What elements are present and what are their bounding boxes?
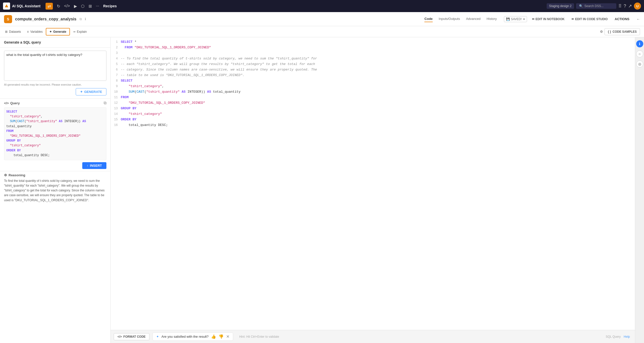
code-line-1: 1 SELECT * [111, 39, 635, 45]
code-line-8: 8 SELECT [111, 78, 635, 84]
svg-marker-0 [5, 4, 8, 7]
recipe-tabs: Code Inputs/Outputs Advanced History [424, 16, 497, 22]
recipes-label: Recipes [103, 4, 117, 8]
code-samples-icon: { } [608, 30, 611, 33]
code-line-5: 5 -- each "tshirt_category". We will gro… [111, 61, 635, 67]
tab-history[interactable]: History [487, 16, 497, 22]
search-placeholder: Search DSS... [584, 4, 603, 8]
bottom-bar: </> FORMAT CODE ✦ Are you satisfied with… [111, 330, 635, 343]
collapse-panel-icon[interactable]: ← [636, 17, 640, 21]
nav-icons: ⇄ ↻ </> ▶ ⬡ ⊞ ··· [46, 3, 99, 10]
format-code-icon: </> [117, 335, 122, 338]
help-link[interactable]: Help [624, 335, 630, 338]
sub-toolbar: ⊞ Datasets ≡ Variables ✦ Generate ⇒ Expl… [0, 26, 644, 37]
recipe-header: S compute_orders_copy_analysis ⧉ ℹ Code … [0, 12, 644, 26]
refresh-icon[interactable]: ↻ [57, 4, 60, 9]
variables-icon: ≡ [27, 30, 29, 33]
reasoning-section: ⚙ Reasoning To find the total quantity o… [0, 171, 110, 343]
code-line-15: 15 ORDER BY [111, 117, 635, 122]
code-line-4: 4 -- To find the total quantity of t-shi… [111, 56, 635, 61]
reasoning-text: To find the total quantity of t-shirts s… [4, 179, 106, 203]
top-nav: AI SQL Assistant ⇄ ↻ </> ▶ ⬡ ⊞ ··· Recip… [0, 0, 644, 12]
code-line-10: 10 SUM(CAST("tshirt_quantity" AS INTEGER… [111, 89, 635, 95]
more-icon[interactable]: ··· [96, 4, 99, 8]
generate-button[interactable]: ✦ Generate [46, 28, 70, 36]
grid-icon[interactable]: ⊞ [89, 4, 92, 9]
variables-button[interactable]: ≡ Variables [24, 28, 46, 35]
code-line-6: 6 -- category. Since the column names ar… [111, 67, 635, 73]
saved-badge: 💾 SAVED! ▾ [504, 16, 527, 22]
project-badge: Staging design 2 [547, 3, 574, 9]
app-title: AI SQL Assistant [12, 4, 41, 8]
right-sidebar: ℹ ○ ◎ [635, 37, 644, 343]
activity-sidebar-icon[interactable]: ○ [636, 50, 643, 57]
search-box[interactable]: 🔍 Search DSS... [576, 3, 616, 9]
code-line-13: 13 GROUP BY [111, 106, 635, 111]
datasets-icon: ⊞ [5, 30, 8, 33]
explain-icon: ⇒ [73, 30, 75, 33]
query-label: </> Query [4, 101, 20, 105]
notification-sidebar-icon[interactable]: ◎ [636, 60, 643, 67]
reasoning-header: ⚙ Reasoning [4, 173, 106, 177]
code-line-9: 9 "tshirt_category", [111, 84, 635, 89]
thumbs-up-button[interactable]: 👍 [211, 334, 216, 339]
code-samples-button[interactable]: { } CODE SAMPLES [605, 28, 640, 35]
sql-query-label: SQL Query [606, 335, 621, 338]
tab-code[interactable]: Code [424, 16, 433, 22]
satisfied-box: ✦ Are you satisfied with the result? 👍 👎… [152, 332, 233, 341]
datasets-button[interactable]: ⊞ Datasets [2, 28, 24, 35]
settings-icon[interactable]: ⚙ [598, 28, 605, 35]
copy-name-icon[interactable]: ⧉ [79, 17, 82, 21]
code-icon[interactable]: </> [64, 4, 70, 8]
prompt-area: what is the total quantity of t-shirts s… [0, 48, 110, 98]
query-code: SELECT "tshirt_category", SUM(CAST("tshi… [4, 107, 106, 160]
explain-button[interactable]: ⇒ Explain [70, 28, 90, 35]
query-header: </> Query ⧉ [4, 101, 106, 105]
code-line-14: 14 "tshirt_category" [111, 111, 635, 117]
format-code-button[interactable]: </> FORMAT CODE [114, 333, 149, 340]
external-icon[interactable]: ↗ [628, 3, 632, 9]
thumbs-down-button[interactable]: 👎 [219, 334, 224, 339]
run-icon[interactable]: ▶ [74, 4, 77, 9]
generate-query-button[interactable]: ✦ GENERATE [76, 88, 106, 95]
code-line-12: 12 "DKU_TUTORIAL_SQL_1_ORDERS_COPY_JOINE… [111, 100, 635, 106]
code-brackets-icon: </> [4, 101, 9, 105]
ai-satisfied-icon: ✦ [156, 335, 159, 338]
panel-title: Generate a SQL query [0, 37, 110, 48]
tab-advanced[interactable]: Advanced [466, 16, 480, 22]
share-icon[interactable]: ⇄ [46, 3, 53, 10]
ai-warning: AI-generated results may be incorrect. P… [4, 83, 106, 86]
saved-label: SAVED! [511, 17, 522, 21]
search-icon: 🔍 [579, 4, 583, 8]
code-line-3: 3 [111, 50, 635, 56]
code-editor[interactable]: 1 SELECT * 2 FROM "DKU_TUTORIAL_SQL_1_OR… [111, 37, 635, 330]
insert-button[interactable]: ↑ INSERT [82, 162, 106, 169]
edit-notebook-button[interactable]: ✏ EDIT IN NOTEBOOK [530, 16, 567, 22]
satisfied-text: Are you satisfied with the result? [162, 335, 209, 338]
info-sidebar-icon[interactable]: ℹ [636, 40, 643, 47]
reasoning-icon: ⚙ [4, 173, 7, 177]
copy-query-button[interactable]: ⧉ [104, 101, 106, 105]
code-line-11: 11 FROM [111, 95, 635, 100]
left-panel: Generate a SQL query what is the total q… [0, 37, 111, 343]
code-area: 1 SELECT * 2 FROM "DKU_TUTORIAL_SQL_1_OR… [111, 37, 635, 343]
insert-icon: ↑ [87, 164, 89, 167]
save-icon: 💾 [506, 17, 510, 21]
code-line-7: 7 -- table to be used is "DKU_TUTORIAL_S… [111, 73, 635, 78]
avatar: U [634, 3, 641, 10]
info-icon[interactable]: ℹ [85, 17, 86, 21]
help-icon[interactable]: ? [624, 4, 626, 9]
deploy-icon[interactable]: ⬡ [81, 4, 85, 9]
code-line-16: 16 total_quantity DESC; [111, 122, 635, 128]
recipe-icon: S [4, 15, 12, 23]
edit-code-studio-button[interactable]: ✏ EDIT IN CODE STUDIO [570, 16, 610, 22]
query-section: </> Query ⧉ SELECT "tshirt_category", SU… [0, 98, 110, 171]
notebook-icon: ✏ [532, 17, 535, 21]
recipe-title: compute_orders_copy_analysis [15, 17, 76, 21]
tab-inputs-outputs[interactable]: Inputs/Outputs [439, 16, 460, 22]
saved-dropdown-icon[interactable]: ▾ [523, 17, 525, 21]
close-satisfied-button[interactable]: ✕ [226, 334, 229, 339]
prompt-input[interactable]: what is the total quantity of t-shirts s… [4, 51, 106, 81]
actions-button[interactable]: ACTIONS [613, 16, 632, 22]
apps-icon[interactable]: ⠿ [618, 3, 622, 9]
